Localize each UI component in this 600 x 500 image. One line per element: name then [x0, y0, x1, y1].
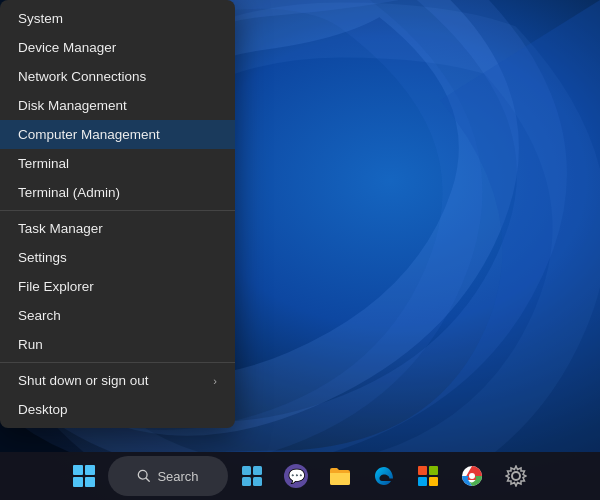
menu-item-label-network-connections: Network Connections [18, 69, 146, 84]
menu-item-chevron-shut-down: › [213, 375, 217, 387]
menu-item-label-system: System [18, 11, 63, 26]
desktop: SystemDevice ManagerNetwork ConnectionsD… [0, 0, 600, 500]
menu-item-settings[interactable]: Settings [0, 243, 235, 272]
menu-item-device-manager[interactable]: Device Manager [0, 33, 235, 62]
svg-rect-6 [253, 477, 262, 486]
file-explorer-icon [328, 465, 352, 487]
task-view-icon [241, 465, 263, 487]
menu-item-label-terminal: Terminal [18, 156, 69, 171]
menu-item-terminal[interactable]: Terminal [0, 149, 235, 178]
menu-item-label-device-manager: Device Manager [18, 40, 116, 55]
menu-item-label-terminal-admin: Terminal (Admin) [18, 185, 120, 200]
menu-item-task-manager[interactable]: Task Manager [0, 214, 235, 243]
context-menu: SystemDevice ManagerNetwork ConnectionsD… [0, 0, 235, 428]
menu-item-label-computer-management: Computer Management [18, 127, 160, 142]
menu-item-label-settings: Settings [18, 250, 67, 265]
search-icon [137, 469, 151, 483]
settings-taskbar-icon [505, 465, 527, 487]
menu-item-label-task-manager: Task Manager [18, 221, 103, 236]
edge-icon [372, 464, 396, 488]
taskbar: Search 💬 [0, 452, 600, 500]
menu-item-desktop[interactable]: Desktop [0, 395, 235, 424]
menu-item-search[interactable]: Search [0, 301, 235, 330]
menu-item-label-file-explorer: File Explorer [18, 279, 94, 294]
chrome-button[interactable] [452, 456, 492, 496]
svg-rect-10 [429, 477, 438, 486]
chrome-icon [460, 464, 484, 488]
menu-item-computer-management[interactable]: Computer Management [0, 120, 235, 149]
svg-rect-3 [242, 466, 251, 475]
store-icon [417, 465, 439, 487]
menu-item-disk-management[interactable]: Disk Management [0, 91, 235, 120]
taskbar-center: Search 💬 [64, 456, 536, 496]
menu-item-system[interactable]: System [0, 4, 235, 33]
svg-rect-7 [418, 466, 427, 475]
menu-item-label-desktop: Desktop [18, 402, 68, 417]
store-button[interactable] [408, 456, 448, 496]
file-explorer-button[interactable] [320, 456, 360, 496]
settings-taskbar-button[interactable] [496, 456, 536, 496]
menu-item-network-connections[interactable]: Network Connections [0, 62, 235, 91]
taskbar-search[interactable]: Search [108, 456, 228, 496]
task-view-button[interactable] [232, 456, 272, 496]
menu-item-label-disk-management: Disk Management [18, 98, 127, 113]
menu-item-label-shut-down: Shut down or sign out [18, 373, 149, 388]
windows-logo-icon [73, 465, 95, 487]
menu-item-run[interactable]: Run [0, 330, 235, 359]
menu-item-label-search: Search [18, 308, 61, 323]
edge-button[interactable] [364, 456, 404, 496]
teams-button[interactable]: 💬 [276, 456, 316, 496]
svg-line-2 [147, 478, 150, 481]
svg-rect-4 [253, 466, 262, 475]
svg-rect-9 [418, 477, 427, 486]
menu-item-shut-down[interactable]: Shut down or sign out› [0, 366, 235, 395]
menu-item-terminal-admin[interactable]: Terminal (Admin) [0, 178, 235, 207]
svg-point-12 [469, 473, 475, 479]
teams-icon: 💬 [284, 464, 308, 488]
menu-divider-divider2 [0, 362, 235, 363]
svg-rect-8 [429, 466, 438, 475]
menu-item-file-explorer[interactable]: File Explorer [0, 272, 235, 301]
search-label: Search [157, 469, 198, 484]
menu-divider-divider1 [0, 210, 235, 211]
svg-rect-5 [242, 477, 251, 486]
menu-item-label-run: Run [18, 337, 43, 352]
start-button[interactable] [64, 456, 104, 496]
